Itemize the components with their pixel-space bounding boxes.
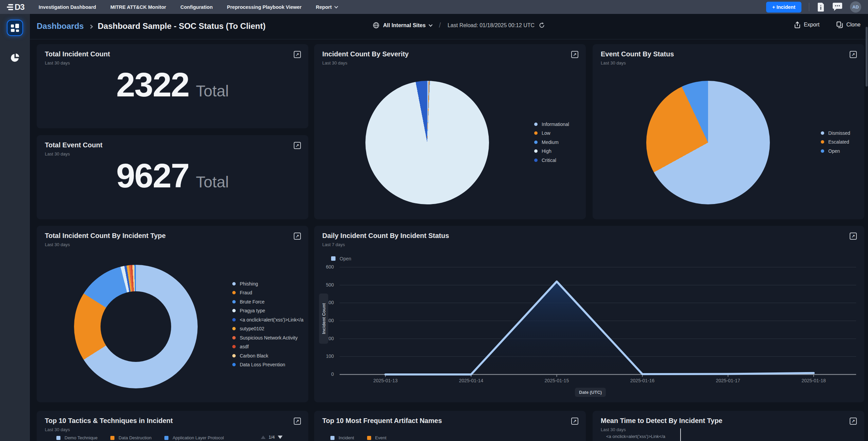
legend-item[interactable]: Application Layer Protocol (164, 435, 224, 441)
legend-label: Demo Technique (65, 435, 97, 440)
legend-dot (232, 309, 236, 312)
expand-icon[interactable]: ↗ (294, 142, 301, 149)
page-title: Dashboard Sample - SOC Status (To Client… (98, 21, 266, 31)
legend-item[interactable]: asdf (232, 344, 303, 350)
legend-item[interactable]: Brute Force (232, 299, 303, 305)
nav-item-configuration[interactable]: Configuration (180, 4, 213, 10)
legend-item[interactable]: Low (534, 130, 569, 136)
last-reload-text: Last Reload: 01/18/2025 00:12 UTC (448, 22, 535, 29)
legend-item[interactable]: High (534, 148, 569, 154)
refresh-icon[interactable] (539, 22, 545, 29)
legend-item[interactable]: Demo Technique (56, 435, 97, 441)
legend-dot (821, 131, 824, 135)
chevron-right-icon (89, 24, 93, 29)
export-button[interactable]: Export (794, 21, 819, 28)
severity-pie-chart[interactable] (365, 81, 489, 204)
y-tick-label: 0 (314, 371, 334, 377)
breadcrumb-dashboards-link[interactable]: Dashboards (37, 21, 84, 31)
legend-item[interactable]: Fraud (232, 290, 303, 296)
pager-down-icon[interactable] (278, 436, 283, 439)
pie-chart-icon (10, 53, 20, 62)
sidebar-item-dashboards[interactable] (7, 20, 23, 36)
card-event-count-by-status: Event Count By Status Last 30 days ↗ Dis… (593, 44, 864, 219)
chat-icon[interactable] (832, 2, 843, 12)
legend-item[interactable]: Pragya type (232, 308, 303, 314)
expand-icon[interactable]: ↗ (571, 51, 578, 58)
event-status-pie-chart[interactable] (646, 81, 770, 204)
y-tick-label: 500 (314, 282, 334, 288)
nav-item-investigation-dashboard[interactable]: Investigation Dashboard (39, 4, 96, 10)
clone-button[interactable]: Clone (836, 21, 861, 28)
nav-item-report[interactable]: Report (316, 4, 338, 10)
legend-item[interactable]: Critical (534, 157, 569, 163)
pager-up-icon[interactable] (261, 436, 266, 439)
legend-item[interactable]: Data Loss Prevention (232, 362, 303, 368)
legend-label: Incident (339, 435, 354, 440)
site-filter-dropdown[interactable]: All Internal Sites (373, 22, 432, 29)
x-tick-label: 2025-01-15 (529, 378, 584, 383)
legend-label: Fraud (240, 290, 252, 295)
expand-icon[interactable]: ↗ (294, 418, 301, 425)
export-label: Export (804, 22, 819, 28)
legend-label: Informational (542, 122, 569, 127)
metric: 9627 Total (37, 156, 308, 214)
scrollbar-thumb[interactable] (866, 27, 868, 87)
chevron-down-icon (334, 4, 338, 8)
card-subtitle: Last 30 days (601, 60, 626, 66)
legend-item[interactable]: Suspicious Network Activity (232, 335, 303, 341)
legend-label: Critical (542, 158, 556, 163)
x-axis-title: Date (UTC) (575, 388, 606, 397)
expand-icon[interactable]: ↗ (571, 418, 578, 425)
legend-item[interactable]: Carbon Black (232, 353, 303, 359)
legend-item[interactable]: Medium (534, 139, 569, 145)
daily-line-chart[interactable] (314, 226, 864, 402)
legend-item[interactable]: Open (821, 148, 850, 154)
total-incident-value: 2322 (116, 65, 189, 104)
legend-item[interactable]: Incident (330, 435, 354, 441)
y-axis-title: Incident Count (319, 294, 328, 344)
legend-item[interactable]: Informational (534, 121, 569, 127)
expand-icon[interactable]: ↗ (294, 233, 301, 240)
incident-type-donut-chart[interactable] (74, 265, 198, 388)
legend-dot (534, 149, 538, 153)
legend-dot (534, 159, 538, 162)
legend-item[interactable]: sutype0102 (232, 326, 303, 332)
legend-item[interactable]: Dismissed (821, 130, 850, 136)
site-filter-value: All Internal Sites (383, 22, 426, 29)
legend-item[interactable]: Escalated (821, 139, 850, 145)
release-notes-icon[interactable] (817, 2, 825, 12)
tactics-legend: Demo TechniqueData DestructionApplicatio… (56, 435, 224, 441)
x-tick-label: 2025-01-14 (444, 378, 498, 383)
card-top-tactics-techniques: Top 10 Tactics & Techniques in Incident … (37, 411, 308, 441)
card-mean-time-to-detect: Mean Time to Detect By Incident Type Las… (593, 411, 864, 441)
dashboard-grid-icon (11, 24, 19, 32)
new-incident-button[interactable]: + Incident (766, 2, 801, 13)
incident-type-legend: PhishingFraudBrute ForcePragya type<a on… (232, 281, 303, 368)
d3-logo[interactable]: D3 (7, 2, 24, 12)
legend-dot (232, 282, 236, 286)
card-subtitle: Last 30 days (45, 427, 70, 432)
y-tick-label: 600 (314, 264, 334, 270)
legend-dot (534, 141, 538, 144)
expand-icon[interactable]: ↗ (294, 51, 301, 58)
legend-item[interactable]: <a onclick=alert('xss')>Link</a (232, 317, 303, 323)
nav-item-preprocessing-playbook-viewer[interactable]: Preprocessing Playbook Viewer (227, 4, 302, 10)
top-nav: D3 Investigation Dashboard MITRE ATT&CK … (0, 0, 868, 14)
expand-icon[interactable]: ↗ (850, 418, 857, 425)
nav-divider (809, 3, 809, 11)
user-avatar[interactable]: AD (850, 1, 861, 13)
export-icon (794, 21, 800, 28)
legend-item[interactable]: Phishing (232, 281, 303, 287)
pager-count: 1/4 (269, 435, 275, 440)
sidebar-item-reports[interactable] (10, 53, 20, 62)
legend-dot (232, 300, 236, 304)
legend-item[interactable]: Event (367, 435, 386, 441)
expand-icon[interactable]: ↗ (850, 51, 857, 58)
metric-unit: Total (196, 173, 229, 191)
nav-item-mitre-attck-monitor[interactable]: MITRE ATT&CK Monitor (110, 4, 166, 10)
severity-legend: InformationalLowMediumHighCritical (534, 121, 569, 163)
d3-logo-icon (7, 4, 13, 10)
legend-item[interactable]: Data Destruction (110, 435, 151, 441)
nav-item-report-label: Report (316, 4, 332, 10)
legend-label: Low (542, 130, 550, 136)
